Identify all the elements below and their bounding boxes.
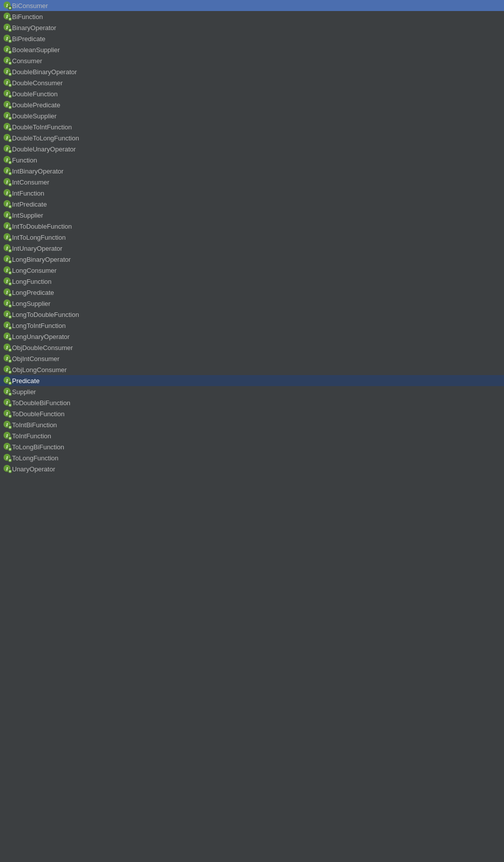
list-item[interactable]: IToDoubleFunction <box>0 408 504 419</box>
item-label: IntConsumer <box>12 179 49 186</box>
list-item[interactable]: IToDoubleBiFunction <box>0 397 504 408</box>
item-label: UnaryOperator <box>12 465 55 473</box>
interface-icon: I <box>3 100 12 109</box>
item-label: IntUnaryOperator <box>12 245 62 252</box>
item-label: LongSupplier <box>12 300 51 307</box>
list-item[interactable]: IToLongFunction <box>0 452 504 463</box>
list-item[interactable]: ILongPredicate <box>0 287 504 298</box>
svg-point-43 <box>9 117 11 119</box>
list-item[interactable]: IObjIntConsumer <box>0 353 504 364</box>
item-label: ToIntFunction <box>12 432 51 440</box>
item-label: BiPredicate <box>12 35 45 43</box>
svg-point-35 <box>9 95 11 97</box>
list-item[interactable]: IObjLongConsumer <box>0 364 504 375</box>
list-item[interactable]: ILongToIntFunction <box>0 320 504 331</box>
list-item[interactable]: IToIntFunction <box>0 430 504 441</box>
list-item[interactable]: IIntUnaryOperator <box>0 243 504 254</box>
list-item[interactable]: IIntPredicate <box>0 199 504 210</box>
svg-point-143 <box>9 393 11 395</box>
list-item[interactable]: IIntSupplier <box>0 210 504 221</box>
svg-point-79 <box>9 217 11 219</box>
svg-text:I: I <box>6 80 8 85</box>
svg-point-131 <box>9 360 11 362</box>
list-item[interactable]: IToLongBiFunction <box>0 441 504 452</box>
svg-point-67 <box>9 184 11 186</box>
list-item[interactable]: IDoubleFunction <box>0 88 504 99</box>
svg-point-51 <box>9 139 11 141</box>
list-item[interactable]: ILongUnaryOperator <box>0 331 504 342</box>
list-item[interactable]: IBiPredicate <box>0 33 504 44</box>
svg-text:I: I <box>6 290 8 295</box>
list-item[interactable]: IDoubleConsumer <box>0 77 504 88</box>
list-item[interactable]: IBooleanSupplier <box>0 44 504 55</box>
item-label: DoubleConsumer <box>12 79 63 87</box>
interface-icon: I <box>3 222 12 231</box>
list-item[interactable]: IDoubleUnaryOperator <box>0 143 504 154</box>
list-item[interactable]: IUnaryOperator <box>0 463 504 474</box>
list-item[interactable]: IDoubleToIntFunction <box>0 121 504 132</box>
list-item[interactable]: ILongSupplier <box>0 298 504 309</box>
list-item[interactable]: ISupplier <box>0 386 504 397</box>
item-label: IntToLongFunction <box>12 234 66 241</box>
list-item[interactable]: IIntConsumer <box>0 177 504 188</box>
svg-point-11 <box>9 29 11 31</box>
svg-point-75 <box>9 206 11 208</box>
list-item[interactable]: IDoubleBinaryOperator <box>0 66 504 77</box>
svg-text:I: I <box>6 411 8 416</box>
svg-point-39 <box>9 106 11 108</box>
list-item[interactable]: IIntBinaryOperator <box>0 165 504 177</box>
list-item[interactable]: ILongConsumer <box>0 265 504 276</box>
interface-list: IBiConsumerIBiFunctionIBinaryOperatorIBi… <box>0 0 504 474</box>
list-item[interactable]: IDoubleSupplier <box>0 110 504 121</box>
list-item[interactable]: IIntToLongFunction <box>0 232 504 243</box>
interface-icon: I <box>3 89 12 98</box>
list-item[interactable]: ILongBinaryOperator <box>0 254 504 265</box>
svg-point-55 <box>9 150 11 152</box>
list-item[interactable]: IObjDoubleConsumer <box>0 342 504 353</box>
interface-icon: I <box>3 211 12 220</box>
interface-icon: I <box>3 376 12 385</box>
interface-icon: I <box>3 200 12 209</box>
list-item[interactable]: IFunction <box>0 154 504 165</box>
svg-text:I: I <box>6 389 8 394</box>
svg-text:I: I <box>6 301 8 306</box>
item-label: LongToIntFunction <box>12 322 66 329</box>
svg-text:I: I <box>6 213 8 218</box>
interface-icon: I <box>3 387 12 396</box>
svg-text:I: I <box>6 235 8 240</box>
svg-text:I: I <box>6 180 8 185</box>
list-item[interactable]: ILongFunction <box>0 276 504 287</box>
list-item[interactable]: IIntToDoubleFunction <box>0 221 504 232</box>
list-item[interactable]: IDoublePredicate <box>0 99 504 110</box>
svg-text:I: I <box>6 378 8 383</box>
interface-icon: I <box>3 244 12 253</box>
svg-text:I: I <box>6 433 8 438</box>
list-item[interactable]: IToIntBiFunction <box>0 419 504 430</box>
interface-icon: I <box>3 310 12 319</box>
list-item[interactable]: IBiFunction <box>0 11 504 22</box>
svg-point-147 <box>9 404 11 406</box>
interface-icon: I <box>3 288 12 297</box>
list-item[interactable]: ILongToDoubleFunction <box>0 309 504 320</box>
svg-text:I: I <box>6 36 8 41</box>
interface-icon: I <box>3 122 12 131</box>
interface-icon: I <box>3 453 12 462</box>
list-item[interactable]: IBinaryOperator <box>0 22 504 33</box>
svg-text:I: I <box>6 58 8 63</box>
list-item[interactable]: IBiConsumer <box>0 0 504 11</box>
list-item[interactable]: IPredicate <box>0 375 504 386</box>
svg-point-119 <box>9 327 11 329</box>
item-label: DoubleUnaryOperator <box>12 145 76 153</box>
svg-point-103 <box>9 283 11 285</box>
svg-text:I: I <box>6 334 8 339</box>
list-item[interactable]: IConsumer <box>0 55 504 66</box>
interface-icon: I <box>3 277 12 286</box>
svg-point-3 <box>9 7 11 9</box>
list-item[interactable]: IDoubleToLongFunction <box>0 132 504 143</box>
item-label: ObjDoubleConsumer <box>12 344 73 352</box>
list-item[interactable]: IIntFunction <box>0 188 504 199</box>
interface-icon: I <box>3 255 12 264</box>
interface-icon: I <box>3 354 12 363</box>
item-label: Function <box>12 156 37 164</box>
interface-icon: I <box>3 431 12 440</box>
